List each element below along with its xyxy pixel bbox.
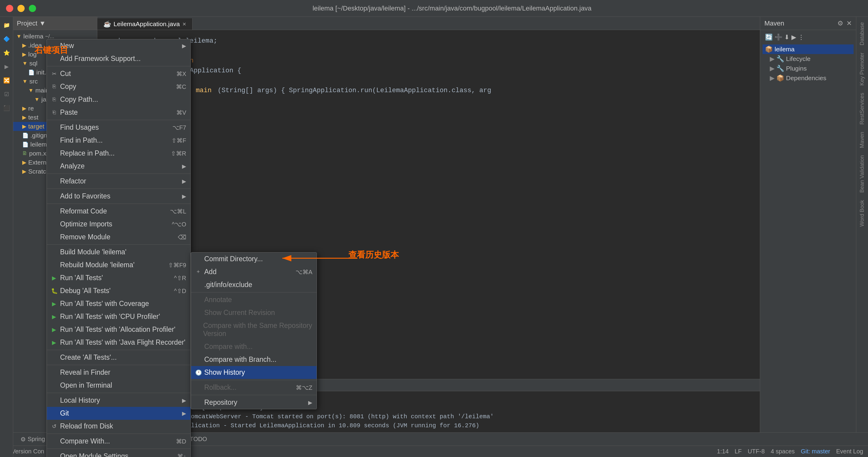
side-tab-rest-services[interactable]: RestServices [858,90,867,127]
code-line: @SpringBootApplication [106,56,751,66]
side-tab-database[interactable]: Database [858,20,867,48]
menu-item-find-usages[interactable]: Find Usages ⌥F7 [47,121,190,134]
menu-label: Open in Terminal [60,381,112,389]
menu-item-compare-with[interactable]: Compare With... ⌘D [47,435,190,448]
menu-item-run-all-tests[interactable]: ▶ Run 'All Tests' ^⇧R [47,271,190,284]
git-branch[interactable]: Git: master [801,448,830,455]
git-menu-compare-with-branch[interactable]: Compare with Branch... [191,353,316,366]
menu-label: Run 'All Tests' with 'Allocation Profile… [60,325,176,334]
menu-label: Create 'All Tests'... [60,353,117,361]
menu-item-replace-in-path[interactable]: Replace in Path... ⇧⌘R [47,147,190,160]
submenu-arrow: ▶ [182,397,186,404]
git-menu-add[interactable]: + Add ⌥⌘A [191,265,316,279]
menu-label: Run 'All Tests' with Coverage [60,300,149,308]
folder-icon: ▶ [22,159,26,166]
more-icon[interactable]: ⋮ [798,34,804,41]
submenu-arrow: ▶ [182,410,186,417]
menu-item-git[interactable]: Git ▶ [47,407,190,420]
git-menu-compare-same-repo: Compare with the Same Repository Version [191,319,316,340]
expand-icon: ▶ [770,74,775,82]
menu-item-cut[interactable]: ✂ Cut ⌘X [47,67,190,80]
shortcut-label: ^⌥O [172,221,186,228]
project-icon[interactable]: 📁 [1,20,12,31]
maven-root-icon: 📦 [765,46,773,53]
side-tab-key-promoter[interactable]: Key Promoter [858,50,867,88]
submenu-arrow: ▶ [308,399,312,406]
menu-item-copy-path[interactable]: ⎘ Copy Path... [47,93,190,106]
git-menu-commit-dir[interactable]: Commit Directory... [191,253,316,265]
maven-item-lifecycle[interactable]: ▶ 🔧 Lifecycle [763,54,854,64]
maven-item-dependencies[interactable]: ▶ 📦 Dependencies [763,73,854,83]
menu-item-find-in-path[interactable]: Find in Path... ⇧⌘F [47,134,190,147]
add-icon[interactable]: ➕ [775,34,782,41]
maven-item-leilema[interactable]: 📦 leilema [763,44,854,54]
git-menu-show-current-revision: Show Current Revision [191,306,316,319]
menu-item-reveal-in-finder[interactable]: Reveal in Finder [47,366,190,379]
menu-item-refactor[interactable]: Refactor ▶ [47,175,190,188]
shortcut-label: ⌥⌘L [170,208,186,215]
toolbar-spring[interactable]: ⚙ Spring [16,434,49,444]
menu-item-new[interactable]: New ▶ [47,39,190,52]
menu-item-local-history[interactable]: Local History ▶ [47,394,190,407]
side-tab-bean-validation[interactable]: Bean Validation [858,153,867,195]
menu-item-copy[interactable]: ⎘ Copy ⌘C [47,80,190,93]
git-menu-repository[interactable]: Repository ▶ [191,396,316,409]
menu-item-build-module[interactable]: Build Module 'leilema' [47,246,190,259]
code-line: public static void main (String[] args) … [118,86,751,96]
menu-item-paste[interactable]: ⎗ Paste ⌘V [47,106,190,119]
menu-item-open-module-settings[interactable]: Open Module Settings ⌘↓ [47,450,190,457]
maven-item-label: Dependencies [786,74,826,82]
jfr-icon: ▶ [51,339,57,346]
close-icon[interactable]: ✕ [846,20,852,27]
menu-label: Open Module Settings [60,452,128,457]
menu-item-reload-from-disk[interactable]: ↺ Reload from Disk [47,420,190,433]
menu-item-run-cpu-profiler[interactable]: ▶ Run 'All Tests' with 'CPU Profiler' [47,310,190,323]
minimize-button[interactable] [18,5,25,12]
git-menu-show-history[interactable]: 🕐 Show History [191,366,316,379]
run-icon[interactable]: ▶ [1,61,12,72]
project-dropdown[interactable]: Project ▼ [17,20,45,27]
menu-item-add-to-favorites[interactable]: Add to Favorites ▶ [47,190,190,203]
todo-icon[interactable]: ☑ [1,89,12,100]
project-panel-header[interactable]: Project ▼ [13,17,97,30]
editor-tab-leilema[interactable]: ☕ LeilemaApplication.java ✕ [97,18,192,30]
download-icon[interactable]: ⬇ [784,34,789,41]
menu-item-run-with-coverage[interactable]: ▶ Run 'All Tests' with Coverage [47,297,190,310]
menu-item-optimize-imports[interactable]: Optimize Imports ^⌥O [47,218,190,231]
menu-item-debug-all-tests[interactable]: 🐛 Debug 'All Tests' ^⇧D [47,284,190,297]
favorites-icon[interactable]: ⭐ [1,47,12,58]
settings-icon[interactable]: ⚙ [837,20,843,27]
refresh-icon[interactable]: 🔄 [765,34,773,41]
indent: 4 spaces [771,448,795,455]
line-ending: LF [735,448,742,455]
close-button[interactable] [6,5,13,12]
menu-item-rebuild-module[interactable]: Rebuild Module 'leilema' ⇧⌘F9 [47,259,190,271]
menu-item-add-framework[interactable]: Add Framework Support... [47,52,190,65]
menu-label: Analyze [60,162,85,170]
run-lifecycle-icon[interactable]: ▶ [792,34,796,41]
menu-label: Compare with the Same Repository Version [203,322,312,338]
close-tab-icon[interactable]: ✕ [182,21,186,27]
maximize-button[interactable] [29,5,36,12]
menu-item-run-alloc-profiler[interactable]: ▶ Run 'All Tests' with 'Allocation Profi… [47,323,190,336]
menu-item-run-jfr[interactable]: ▶ Run 'All Tests' with 'Java Flight Reco… [47,336,190,349]
menu-label: .git/info/exclude [204,281,252,289]
git-icon[interactable]: 🔀 [1,75,12,86]
maven-item-label: Plugins [786,65,807,72]
cut-icon: ✂ [51,71,57,77]
git-menu-gitignore[interactable]: .git/info/exclude [191,279,316,291]
menu-item-analyze[interactable]: Analyze ▶ [47,160,190,173]
structure-icon[interactable]: 🔷 [1,34,12,44]
menu-item-create-all-tests[interactable]: Create 'All Tests'... [47,351,190,364]
tab-icon: ☕ [103,21,111,28]
tree-item-label: re [28,105,34,112]
menu-item-remove-module[interactable]: Remove Module ⌫ [47,231,190,243]
maven-panel-header: Maven ⚙ ✕ [760,17,856,30]
terminal-icon[interactable]: ⬛ [1,103,12,113]
menu-item-reformat-code[interactable]: Reformat Code ⌥⌘L [47,205,190,218]
menu-item-open-in-terminal[interactable]: Open in Terminal [47,379,190,392]
maven-item-plugins[interactable]: ▶ 🔧 Plugins [763,64,854,73]
event-log[interactable]: Event Log [836,448,863,455]
side-tab-word-book[interactable]: Word Book [858,198,867,229]
side-tab-maven[interactable]: Maven [858,129,867,151]
